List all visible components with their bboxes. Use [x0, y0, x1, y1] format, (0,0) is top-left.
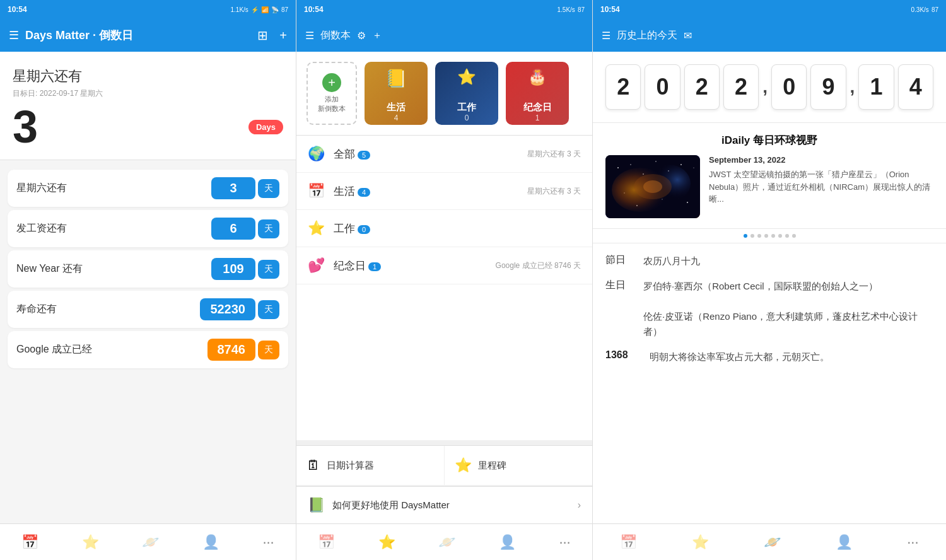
menu-icon-p2[interactable]: ☰ [305, 30, 314, 42]
add-icon-p2[interactable]: ＋ [372, 29, 382, 42]
birthday-label: 生日 [605, 279, 631, 292]
add-icon-p1[interactable]: + [279, 28, 287, 43]
svg-point-6 [680, 164, 682, 165]
calculator-icon: 🗓 [307, 457, 320, 474]
network-p3: 0.3K/s [911, 6, 929, 13]
nav-bar-p3: ☰ 历史上的今天 ✉ [593, 19, 946, 52]
countdown-item[interactable]: 发工资还有6天 [8, 210, 288, 247]
dot-3[interactable] [757, 234, 761, 238]
guide-section[interactable]: 📗 如何更好地使用 DaysMatter › [296, 486, 592, 523]
tab-more-p3[interactable]: ··· [907, 534, 918, 551]
dot-1[interactable] [744, 234, 747, 238]
user-icon-p3: 👤 [836, 534, 853, 551]
dot-5[interactable] [771, 234, 775, 238]
cat-badge: 1 [368, 262, 381, 271]
svg-point-15 [643, 180, 662, 193]
category-item[interactable]: 💕 纪念日1 Google 成立已经 8746 天 [296, 247, 592, 284]
year-1368: 1368 [605, 349, 637, 361]
date-digit-7: 1 [858, 64, 894, 110]
status-bar-p1: 10:54 1.1K/s ⚡ 📶 📡 87 [0, 0, 296, 19]
countdown-item[interactable]: New Year 还有109天 [8, 250, 288, 288]
star-icon-p3: ⭐ [692, 534, 709, 551]
menu-icon-p1[interactable]: ☰ [9, 28, 19, 42]
tab-star-p3[interactable]: ⭐ [692, 534, 709, 551]
date-digit-5: 0 [771, 64, 807, 110]
hero-sub: 目标日: 2022-09-17 星期六 [13, 88, 283, 99]
tab-calendar-p1[interactable]: 📅 [21, 534, 38, 551]
date-digit-3: 2 [684, 64, 720, 110]
tab-user-p3[interactable]: 👤 [836, 534, 853, 551]
tab-user-p2[interactable]: 👤 [499, 534, 516, 551]
guide-icon: 📗 [308, 497, 325, 513]
tab-more-p1[interactable]: ··· [262, 534, 274, 551]
dot-7[interactable] [785, 234, 789, 238]
menu-icon-p3[interactable]: ☰ [602, 30, 610, 42]
tab-user-p1[interactable]: 👤 [202, 534, 219, 551]
cat-badge: 4 [358, 188, 370, 197]
planet-icon-p2: 🪐 [438, 534, 455, 551]
settings-icon-p2[interactable]: ⚙ [357, 30, 366, 42]
hero-label: 星期六还有 [13, 67, 283, 86]
status-bar-p2: 10:54 1.5K/s 87 [296, 0, 592, 19]
cat-name: 工作0 [334, 221, 581, 236]
send-icon-p3[interactable]: ✉ [684, 30, 692, 42]
milestone-tool[interactable]: ⭐ 里程碑 [445, 446, 592, 485]
date-digit-4: 2 [723, 64, 759, 110]
date-digit-8: 4 [898, 64, 933, 110]
cat-icon: 💕 [308, 257, 325, 274]
date-digit-1: 2 [605, 64, 641, 110]
category-item[interactable]: 📅 生活4 星期六还有 3 天 [296, 173, 592, 210]
festival-row: 節日 农历八月十九 [605, 254, 933, 269]
cat-sub: 星期六还有 3 天 [527, 186, 581, 197]
festival-label: 節日 [605, 254, 631, 267]
notebook-anniversary-count: 1 [506, 114, 569, 122]
news-section: iDaily 每日环球视野 [593, 123, 946, 229]
battery-p3: 87 [931, 6, 938, 13]
notebook-anniversary-label: 纪念日 [506, 102, 569, 114]
grid-icon-p1[interactable]: ⊞ [257, 28, 268, 43]
birthday-value: 罗伯特·塞西尔（Robert Cecil，国际联盟的创始人之一）伦佐·皮亚诺（R… [643, 279, 933, 339]
add-notebook-button[interactable]: + 添加新倒数本 [307, 62, 357, 125]
item-label: 寿命还有 [16, 303, 200, 316]
item-unit: 天 [258, 219, 279, 238]
news-desc: JWST 太空望远镜拍摄的第一张「猎户座星云」（Orion Nebula）照片，… [709, 168, 933, 206]
dot-2[interactable] [750, 234, 754, 238]
category-item[interactable]: ⭐ 工作0 [296, 210, 592, 247]
network-p1: 1.1K/s [231, 6, 248, 13]
tab-calendar-p2[interactable]: 📅 [318, 534, 335, 551]
tab-planet-p2[interactable]: 🪐 [438, 534, 455, 551]
countdown-item[interactable]: Google 成立已经8746天 [8, 331, 288, 368]
notebook-work[interactable]: 工作 0 [435, 62, 498, 125]
app-title-p1: Days Matter · 倒数日 [25, 28, 246, 43]
news-image [605, 155, 700, 218]
tab-more-p2[interactable]: ··· [559, 534, 570, 551]
dot-4[interactable] [764, 234, 768, 238]
news-title: iDaily 每日环球视野 [605, 133, 933, 148]
cat-name: 生活4 [334, 184, 518, 199]
title-p3: 历史上的今天 [617, 29, 677, 42]
tools-section: 🗓 日期计算器 ⭐ 里程碑 [296, 445, 592, 485]
tab-star-p2[interactable]: ⭐ [378, 534, 395, 551]
item-label: 发工资还有 [16, 222, 211, 235]
notebook-anniversary[interactable]: 纪念日 1 [506, 62, 569, 125]
countdown-item[interactable]: 星期六还有3天 [8, 170, 288, 207]
date-calculator-tool[interactable]: 🗓 日期计算器 [296, 446, 445, 485]
battery-p1: 87 [281, 6, 288, 13]
category-item[interactable]: 🌍 全部5 星期六还有 3 天 [296, 136, 592, 173]
item-unit: 天 [258, 341, 279, 359]
milestone-label: 里程碑 [478, 460, 506, 472]
tab-planet-p1[interactable]: 🪐 [142, 534, 159, 551]
bottom-tab-p2: 📅 ⭐ 🪐 👤 ··· [296, 523, 592, 560]
dot-8[interactable] [792, 234, 796, 238]
tab-calendar-p3[interactable]: 📅 [620, 534, 637, 551]
hero-count-row: 3 Days [13, 104, 283, 149]
dot-6[interactable] [778, 234, 782, 238]
countdown-item[interactable]: 寿命还有52230天 [8, 291, 288, 328]
date-sep-2: , [850, 77, 855, 97]
cat-sub: 星期六还有 3 天 [527, 149, 581, 160]
tab-star-p1[interactable]: ⭐ [82, 534, 99, 551]
tab-planet-p3[interactable]: 🪐 [764, 534, 781, 551]
cat-icon: 🌍 [308, 146, 325, 162]
notebook-life[interactable]: 生活 4 [365, 62, 428, 125]
cat-sub: Google 成立已经 8746 天 [496, 260, 581, 271]
